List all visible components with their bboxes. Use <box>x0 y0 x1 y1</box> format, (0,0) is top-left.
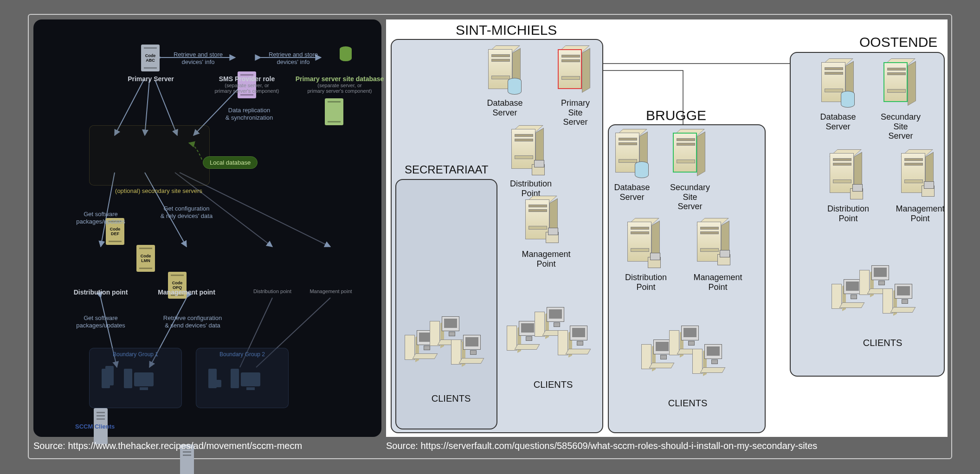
management-point-2-label: Management point <box>301 288 361 294</box>
oostende-db-label: Database Server <box>815 112 861 131</box>
secondary-code-def: Code DEF <box>110 227 121 236</box>
secondary-sites-label: (optional) secondary site servers <box>98 187 219 194</box>
brugge-mgmt-label: Management Point <box>688 273 748 292</box>
secretariaat-site <box>395 179 497 429</box>
secondary-sites-group <box>89 125 210 186</box>
sint-michiels-title: SINT-MICHIELS <box>456 22 557 38</box>
sm-db-label: Database Server <box>482 98 528 117</box>
brugge-sec-label: Secundary Site Server <box>664 183 716 211</box>
sccm-architecture-diagram: Code ABC Primary Server Retrieve and sto… <box>33 19 381 437</box>
local-db-text: Local database <box>210 159 251 166</box>
primary-server-label: Primary Server <box>126 75 175 83</box>
secondary-code-lmn: Code LMN <box>141 254 151 263</box>
primary-server-code: Code ABC <box>145 53 156 63</box>
site-db-node <box>325 98 343 125</box>
local-database-badge: Local database <box>203 156 258 169</box>
get-packages-label: Get software packages/updates <box>71 211 131 225</box>
oostende-management-point <box>901 153 935 199</box>
boundary-group-2: Boundary Group 2 <box>196 348 289 408</box>
oostende-clients-label: CLIENTS <box>855 338 910 348</box>
brugge-secondary-site-server <box>673 133 706 179</box>
database-cylinder-icon <box>340 46 352 61</box>
get-packages2-label: Get software packages/updates <box>71 314 131 329</box>
secretariaat-clients-label: CLIENTS <box>423 393 479 404</box>
oostende-dist-label: Distribution Point <box>820 204 876 223</box>
brugge-db-label: Database Server <box>609 183 655 202</box>
retrieve-config-label: Retrieve configuration & send devices' d… <box>153 314 232 329</box>
boundary-group-1: Boundary Group 1 <box>89 348 182 408</box>
oostende-database-server <box>821 62 855 109</box>
brugge-dist-label: Distribution Point <box>618 273 674 292</box>
oostende-mgmt-label: Management Point <box>890 204 950 223</box>
get-config-label: Get configuration & rely devices' data <box>149 205 224 219</box>
boundary-group-1-title: Boundary Group 1 <box>90 348 181 358</box>
source-left: Source: https://www.thehacker.recipes/ad… <box>33 441 302 451</box>
brugge-title: BRUGGE <box>646 108 706 123</box>
sms-provider-label: SMS Provider role <box>210 75 284 83</box>
sm-clients-label: CLIENTS <box>525 379 581 390</box>
source-right: Source: https://serverfault.com/question… <box>386 441 817 451</box>
secondary-server-lmn: Code LMN <box>136 245 155 272</box>
sccm-sites-topology-diagram: SINT-MICHIELS Database Server Primary Si… <box>386 19 948 437</box>
oostende-title: OOSTENDE <box>859 34 937 50</box>
secretariaat-clients-cluster <box>405 316 488 381</box>
sm-mgmt-label: Management Point <box>516 250 576 269</box>
arrow-retrieve-left-label: Retrieve and store devices' info <box>168 51 228 65</box>
client-icons-1 <box>102 369 132 388</box>
brugge-management-point <box>697 222 730 268</box>
arrow-retrieve-right-label: Retrieve and store devices' info <box>265 51 321 65</box>
sm-management-point <box>525 199 559 246</box>
oostende-secondary-site-server <box>883 62 917 109</box>
client-icons-2 <box>208 369 239 388</box>
sm-distribution-point <box>511 129 545 175</box>
brugge-clients-label: CLIENTS <box>660 398 716 409</box>
oostende-clients-cluster <box>832 265 924 330</box>
distribution-point-2-label: Distribution point <box>242 288 303 294</box>
oostende-sec-label: Secundary Site Server <box>875 112 926 141</box>
secretariaat-title: SECRETARIAAT <box>405 163 488 176</box>
sm-clients-cluster <box>507 307 600 372</box>
distribution-point-1-label: Distribution point <box>71 288 131 296</box>
sm-primary-site-server <box>558 49 591 96</box>
replication-label: Data replication & synchronization <box>214 107 284 121</box>
primary-server-node: Code ABC <box>141 45 160 71</box>
oostende-distribution-point <box>830 153 863 199</box>
sms-provider-sub: (separate server, or primary server's co… <box>210 83 284 94</box>
brugge-distribution-point <box>627 222 661 268</box>
site-db-sub: (separate server, or primary server's co… <box>293 83 386 94</box>
brugge-database-server <box>615 133 649 179</box>
site-db-label: Primary server site database <box>293 75 386 83</box>
brugge-clients-cluster <box>641 326 734 391</box>
sccm-clients-label: SCCM Clients <box>75 423 115 430</box>
management-point-1-label: Management point <box>154 288 219 296</box>
boundary-group-2-title: Boundary Group 2 <box>196 348 288 358</box>
sm-database-server <box>488 49 522 96</box>
diagram-frame: Code ABC Primary Server Retrieve and sto… <box>28 14 952 459</box>
sm-primary-label: Primary Site Server <box>552 98 599 127</box>
